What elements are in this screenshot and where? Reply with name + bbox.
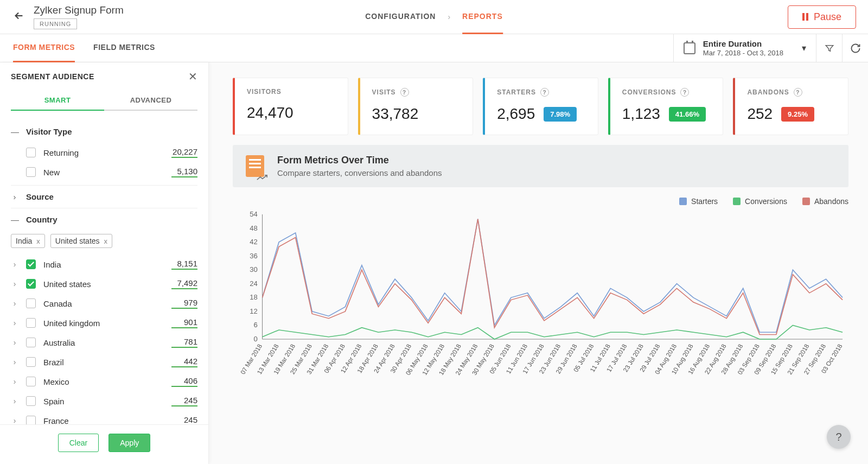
checkbox[interactable] xyxy=(26,416,36,424)
back-icon[interactable] xyxy=(13,10,25,24)
card-conversions: CONVERSIONS? 1,12341.66% xyxy=(608,78,724,135)
chart-header: Form Metrics Over Time Compare starters,… xyxy=(233,145,848,187)
status-badge: RUNNING xyxy=(34,18,77,29)
date-range-label: Entire Duration xyxy=(703,39,783,48)
facet-visitor-type[interactable]: — Visitor Type xyxy=(11,120,197,143)
expand-icon[interactable]: › xyxy=(11,319,18,327)
pause-icon xyxy=(802,13,808,21)
checkbox[interactable] xyxy=(26,396,36,406)
checkbox[interactable] xyxy=(26,357,36,367)
pause-button[interactable]: Pause xyxy=(788,5,856,29)
chart-area: 06121824303642485407 Mar 201813 Mar 2018… xyxy=(233,209,848,388)
svg-text:30: 30 xyxy=(250,266,258,274)
segment-tab-smart[interactable]: SMART xyxy=(11,91,104,111)
refresh-icon[interactable] xyxy=(842,34,868,62)
collapse-icon: — xyxy=(11,215,18,224)
card-visits: VISITS? 33,782 xyxy=(358,78,474,135)
facet-row-country[interactable]: ›Spain245 xyxy=(11,391,197,411)
checkbox[interactable] xyxy=(26,338,36,347)
help-icon[interactable]: ? xyxy=(794,88,802,97)
legend-swatch-starters xyxy=(679,198,687,205)
help-icon[interactable]: ? xyxy=(540,88,549,97)
abandons-pct: 9.25% xyxy=(781,107,814,122)
legend-swatch-abandons xyxy=(802,198,810,205)
help-icon[interactable]: ? xyxy=(400,88,409,97)
expand-icon[interactable]: › xyxy=(11,377,18,386)
subtab-form-metrics[interactable]: FORM METRICS xyxy=(13,34,75,62)
expand-icon[interactable]: › xyxy=(11,260,18,269)
help-icon[interactable]: ? xyxy=(680,88,689,97)
svg-text:42: 42 xyxy=(250,239,258,246)
caret-down-icon: ▾ xyxy=(802,43,806,53)
facet-row-country[interactable]: ›Brazil442 xyxy=(11,352,197,372)
expand-icon[interactable]: › xyxy=(11,338,18,347)
facet-row-country[interactable]: ›France245 xyxy=(11,411,197,424)
checkbox[interactable] xyxy=(26,279,36,289)
help-button[interactable]: ? xyxy=(827,425,851,449)
tab-configuration[interactable]: CONFIGURATION xyxy=(365,0,436,34)
facet-row-country[interactable]: ›India8,151 xyxy=(11,255,197,274)
tab-reports[interactable]: REPORTS xyxy=(462,0,503,34)
checkbox[interactable] xyxy=(26,377,36,386)
expand-icon[interactable]: › xyxy=(11,416,18,424)
svg-text:6: 6 xyxy=(254,322,258,329)
facet-row-returning[interactable]: Returning 20,227 xyxy=(11,143,197,162)
facet-source[interactable]: › Source xyxy=(11,185,197,208)
filter-chip-india: India x xyxy=(11,234,45,248)
chevron-right-icon: › xyxy=(448,12,450,21)
date-range-picker[interactable]: Entire Duration Mar 7, 2018 - Oct 3, 201… xyxy=(673,34,816,62)
svg-text:54: 54 xyxy=(250,211,258,218)
subtab-field-metrics[interactable]: FIELD METRICS xyxy=(93,34,155,62)
apply-button[interactable]: Apply xyxy=(108,434,150,452)
date-range-value: Mar 7, 2018 - Oct 3, 2018 xyxy=(703,49,783,57)
expand-icon: › xyxy=(11,192,18,201)
facet-row-country[interactable]: ›United states7,492 xyxy=(11,274,197,294)
collapse-icon: — xyxy=(11,127,18,136)
chip-remove-icon[interactable]: x xyxy=(104,237,108,245)
conversions-pct: 41.66% xyxy=(669,107,706,122)
calendar-icon xyxy=(684,42,695,54)
legend-swatch-conversions xyxy=(733,198,741,205)
pause-label: Pause xyxy=(814,11,841,23)
facet-country[interactable]: — Country xyxy=(11,208,197,231)
facet-row-country[interactable]: ›United kingdom901 xyxy=(11,313,197,333)
clear-button[interactable]: Clear xyxy=(58,434,99,452)
card-abandons: ABANDONS? 2529.25% xyxy=(733,78,848,135)
svg-text:48: 48 xyxy=(250,225,258,232)
filter-icon[interactable] xyxy=(816,34,842,62)
facet-row-country[interactable]: ›Mexico406 xyxy=(11,372,197,391)
checkbox[interactable] xyxy=(26,259,36,269)
checkbox[interactable] xyxy=(26,298,36,308)
document-icon xyxy=(246,155,264,177)
svg-text:24: 24 xyxy=(250,280,258,287)
segment-panel: SEGMENT AUDIENCE ✕ SMART ADVANCED — Visi… xyxy=(0,62,209,464)
expand-icon[interactable]: › xyxy=(11,279,18,288)
card-starters: STARTERS? 2,6957.98% xyxy=(483,78,598,135)
checkbox[interactable] xyxy=(26,167,36,177)
expand-icon[interactable]: › xyxy=(11,397,18,405)
segment-title: SEGMENT AUDIENCE xyxy=(11,72,94,81)
card-visitors: VISITORS 24,470 xyxy=(233,78,348,135)
checkbox[interactable] xyxy=(26,318,36,328)
facet-row-new[interactable]: New 5,130 xyxy=(11,162,197,182)
segment-tab-advanced[interactable]: ADVANCED xyxy=(104,91,197,111)
svg-text:36: 36 xyxy=(250,252,258,259)
checkbox[interactable] xyxy=(26,148,36,157)
chart-legend: Starters Conversions Abandons xyxy=(233,197,848,206)
filter-chip-united-states: United states x xyxy=(50,234,112,248)
page-title: Zylker Signup Form xyxy=(34,4,124,16)
facet-row-country[interactable]: ›Australia781 xyxy=(11,333,197,352)
svg-text:18: 18 xyxy=(250,294,258,301)
expand-icon[interactable]: › xyxy=(11,299,18,308)
starters-pct: 7.98% xyxy=(544,107,577,122)
expand-icon[interactable]: › xyxy=(11,358,18,366)
svg-text:12: 12 xyxy=(250,308,258,315)
trend-arrow-icon xyxy=(257,175,267,180)
svg-text:0: 0 xyxy=(254,335,258,342)
close-icon[interactable]: ✕ xyxy=(188,70,197,83)
facet-row-country[interactable]: ›Canada979 xyxy=(11,294,197,313)
chip-remove-icon[interactable]: x xyxy=(36,237,40,245)
